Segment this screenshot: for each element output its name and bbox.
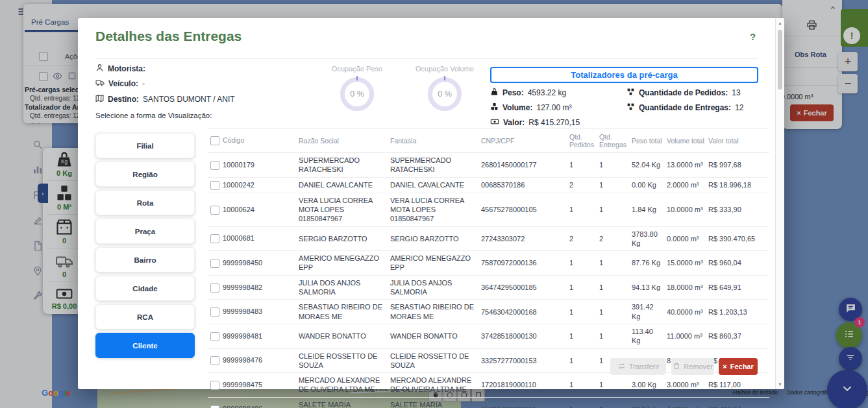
table-row: 9999998475 MERCADO ALEXANDRE DE OLIVEIRA… — [208, 373, 769, 398]
title-divider — [95, 58, 758, 59]
view-mode-button[interactable]: Cidade — [95, 276, 195, 301]
help-button[interactable]: ? — [750, 31, 756, 42]
cell-valor-total: R$ 649,91 — [706, 275, 769, 300]
cell-valor-total: R$ 390.470,65 — [706, 226, 769, 251]
cell-cnpj: 45675278000105 — [478, 193, 567, 226]
view-mode-button[interactable]: Rota — [95, 190, 195, 215]
select-all-rows-checkbox[interactable] — [210, 136, 219, 145]
row-checkbox[interactable] — [210, 307, 219, 317]
row-checkbox[interactable] — [210, 206, 219, 215]
deliveries-icon — [626, 102, 635, 113]
table-row: 9999998450 AMERICO MENEGAZZO EPP AMERICO… — [208, 251, 769, 276]
cell-razao-social: CLEIDE ROSSETTO DE SOUZA — [296, 348, 388, 373]
table-row: 10000681 SERGIO BARZOTTO SERGIO BARZOTTO… — [208, 226, 769, 251]
cell-razao-social: SUPERMERCADO RATACHESKI — [296, 153, 388, 178]
cell-peso-total: 1.84 Kg — [629, 193, 664, 226]
cell-volume-total: 13.0000 m³ — [664, 153, 706, 178]
cell-cnpj: 37428518000130 — [478, 324, 567, 348]
gauge-ocupacao-volume: Ocupação Volume 0 % — [386, 65, 503, 111]
select-view-label: Selecione a forma de Visualização: — [95, 112, 212, 119]
row-checkbox[interactable] — [210, 259, 219, 268]
view-mode-button[interactable]: Bairro — [95, 247, 195, 272]
cell-peso-total: 23.27 Kg — [629, 397, 664, 408]
close-icon: × — [723, 363, 726, 370]
destino-row: Destino:SANTOS DUMONT / ANIT — [95, 94, 235, 104]
cell-codigo: 10000242 — [223, 181, 254, 189]
cell-cnpj: 27243303072 — [478, 226, 567, 251]
scroll-up-arrow[interactable]: ▲ — [776, 21, 784, 25]
cell-volume-total: 3.0000 m³ — [664, 373, 706, 398]
cell-codigo: 9999998476 — [223, 356, 262, 364]
cell-qtd-entregas: 1 — [597, 324, 629, 348]
row-checkbox[interactable] — [210, 381, 219, 390]
scroll-down-arrow[interactable]: ▼ — [776, 382, 784, 387]
cell-cnpj: 36474295000185 — [478, 275, 567, 300]
cell-fantasia: SALETE MARIA AGOSTINI MARTINS ME — [388, 397, 478, 408]
row-checkbox[interactable] — [210, 181, 219, 190]
orders-icon — [626, 88, 635, 98]
cell-codigo: 10000624 — [223, 206, 254, 213]
close-modal-button[interactable]: × Fechar — [719, 358, 758, 375]
cell-razao-social: WANDER BONATTO — [296, 324, 388, 348]
scroll-thumb[interactable] — [778, 30, 782, 90]
cell-qtd-pedidos: 1 — [567, 275, 597, 300]
remove-button[interactable]: Remover — [671, 358, 714, 375]
cell-fantasia: DANIEL CAVALCANTE — [388, 177, 478, 193]
cell-codigo: 9999998450 — [223, 259, 262, 267]
map-icon — [95, 94, 104, 104]
cell-cnpj: 75870972000136 — [478, 251, 567, 276]
cell-cnpj: 17201819000110 — [478, 373, 567, 398]
cell-fantasia: AMERICO MENEGAZZO EPP — [388, 251, 478, 276]
view-mode-button[interactable]: Região — [95, 162, 195, 187]
cell-fantasia: VERA LUCIA CORREA MOTA LOPES 01850847967 — [388, 193, 478, 226]
cell-valor-total: R$ 418,94 — [706, 397, 769, 408]
row-checkbox[interactable] — [210, 405, 219, 408]
cell-valor-total: R$ 1.203,13 — [706, 300, 769, 324]
cell-volume-total: 18.0000 m³ — [664, 275, 706, 300]
veiculo-row: Veículo:- — [95, 78, 145, 89]
cell-qtd-pedidos: 1 — [567, 153, 597, 178]
cell-cnpj: 26801450000177 — [478, 153, 567, 178]
row-checkbox[interactable] — [210, 332, 219, 341]
table-header-row: Código Razão Social Fantasia CNPJ/CPF Qt… — [208, 129, 769, 153]
cell-valor-total: R$ 18.996,18 — [706, 177, 769, 193]
cell-razao-social: DANIEL CAVALCANTE — [296, 177, 388, 193]
cell-fantasia: SUPERMERCADO RATACHESKI — [388, 153, 478, 178]
cell-fantasia: JULIA DOS ANJOS SALMORIA — [388, 275, 478, 300]
cell-fantasia: SERGIO BARZOTTO — [388, 226, 478, 251]
cell-valor-total: R$ 860,37 — [706, 324, 769, 348]
view-mode-button[interactable]: RCA — [95, 304, 195, 330]
view-mode-button[interactable]: Praça — [95, 219, 195, 244]
totalizers-header: Totalizadores da pré-carga — [490, 67, 758, 83]
cell-valor-total: R$ 960,04 — [706, 251, 769, 276]
cell-fantasia: CLEIDE ROSSETTO DE SOUZA — [388, 348, 478, 373]
total-valor: Valor:R$ 415.270,15 — [490, 117, 580, 128]
table-row: 10000242 DANIEL CAVALCANTE DANIEL CAVALC… — [208, 177, 769, 193]
detalhes-entregas-modal: Detalhes das Entregas ? Motorista: Veícu… — [78, 18, 784, 389]
cell-volume-total: 40.0000 m³ — [664, 300, 706, 324]
cell-peso-total: 3783.80 Kg — [629, 226, 664, 251]
cell-volume-total: 11.0000 m³ — [664, 324, 706, 348]
cell-qtd-pedidos: 1 — [567, 324, 597, 348]
cell-qtd-entregas: 1 — [597, 373, 629, 398]
trash-icon — [673, 362, 680, 371]
cell-qtd-entregas: 1 — [597, 251, 629, 276]
modal-title: Detalhes das Entregas — [95, 29, 242, 44]
transfer-button[interactable]: Transferir — [610, 358, 666, 375]
cell-qtd-entregas: 1 — [597, 275, 629, 300]
row-checkbox[interactable] — [210, 234, 219, 243]
total-peso: Peso:4593.22 kg — [490, 88, 566, 98]
transfer-icon — [617, 362, 626, 372]
row-checkbox[interactable] — [210, 161, 219, 170]
money-icon — [490, 117, 499, 128]
person-icon — [95, 64, 104, 74]
row-checkbox[interactable] — [210, 356, 219, 365]
view-mode-button[interactable]: Filial — [95, 133, 195, 158]
cell-qtd-entregas: 2 — [597, 226, 629, 251]
cell-cnpj: 00685370186 — [478, 177, 567, 193]
row-checkbox[interactable] — [210, 283, 219, 293]
modal-scrollbar[interactable]: ▲ ▼ — [775, 18, 784, 389]
cell-codigo: 9999998483 — [223, 307, 262, 315]
cell-codigo: 9999998486 — [223, 405, 262, 408]
view-mode-button[interactable]: Cliente — [95, 333, 195, 358]
